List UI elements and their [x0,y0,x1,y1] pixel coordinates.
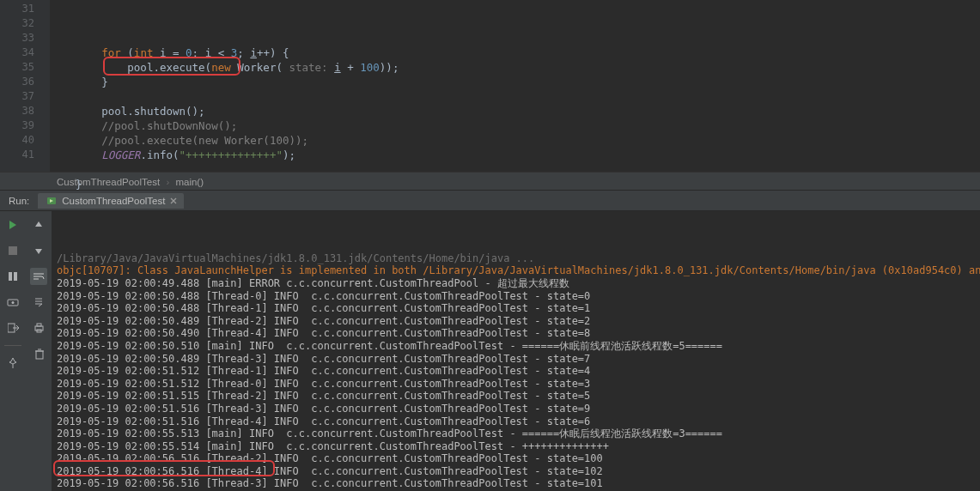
console-line: 2019-05-19 02:00:50.488 [Thread-0] INFO … [57,290,980,303]
svg-point-5 [12,301,15,304]
scroll-down-button[interactable] [30,242,47,259]
svg-rect-2 [9,272,12,281]
pause-button[interactable] [4,268,21,285]
console-line: 2019-05-19 02:00:51.516 [Thread-4] INFO … [57,415,980,428]
console-line: /Library/Java/JavaVirtualMachines/jdk1.8… [57,252,980,265]
console-line: 2019-05-19 02:00:51.516 [Thread-3] INFO … [57,403,980,415]
svg-rect-1 [9,246,17,255]
rerun-button[interactable] [4,216,21,233]
console-line: 2019-05-19 02:00:51.515 [Thread-2] INFO … [57,390,980,403]
console-line: 2019-05-19 02:00:55.513 [main] INFO c.c.… [57,427,980,440]
toolbar-separator [4,345,21,346]
clear-all-button[interactable] [30,345,47,362]
console-output[interactable]: /Library/Java/JavaVirtualMachines/jdk1.8… [52,211,980,491]
console-line: objc[10707]: Class JavaLaunchHelper is i… [57,264,980,277]
console-line: 2019-05-19 02:00:50.489 [Thread-3] INFO … [57,353,980,366]
pin-button[interactable] [4,355,21,372]
code-line[interactable] [50,89,980,104]
run-label: Run: [0,196,38,206]
console-line: 2019-05-19 02:00:50.488 [Thread-1] INFO … [57,302,980,315]
print-button[interactable] [30,319,47,336]
highlight-box-exitcode [53,460,275,476]
editor-gutter: 3132333435363738394041 [0,0,50,172]
console-panel: /Library/Java/JavaVirtualMachines/jdk1.8… [0,211,980,491]
console-line: 2019-05-19 02:00:49.488 [main] ERROR c.c… [57,277,980,290]
code-line[interactable] [50,191,980,206]
editor-code[interactable]: for (int i = 0; i < 3; i++) { pool.execu… [50,0,980,172]
console-line: 2019-05-19 02:00:50.510 [main] INFO c.c.… [57,340,980,353]
svg-rect-10 [36,351,43,359]
scroll-to-end-button[interactable] [30,294,47,311]
code-line[interactable]: pool.shutdown(); [50,104,980,118]
console-line: 2019-05-19 02:00:50.489 [Thread-2] INFO … [57,315,980,328]
editor-area: 3132333435363738394041 for (int i = 0; i… [0,0,980,172]
scroll-up-button[interactable] [30,216,47,233]
console-line: 2019-05-19 02:00:50.490 [Thread-4] INFO … [57,327,980,340]
code-line[interactable]: } [50,75,980,89]
console-line: 2019-05-19 02:00:55.514 [main] INFO c.c.… [57,440,980,453]
exit-button[interactable] [4,319,21,336]
code-line[interactable]: } [50,177,980,191]
soft-wrap-button[interactable] [30,268,47,285]
highlight-box-shutdown [103,57,240,76]
code-line[interactable]: //pool.shutDownNow(); [50,118,980,133]
console-line: 2019-05-19 02:00:56.516 [Thread-3] INFO … [57,477,980,490]
code-line[interactable]: LOGGER.info("++++++++++++++"); [50,148,980,162]
svg-rect-3 [14,272,17,281]
code-line[interactable] [50,162,980,177]
dump-threads-button[interactable] [4,294,21,311]
code-line[interactable]: //pool.execute(new Worker(100)); [50,133,980,148]
run-toolbar-primary [0,211,26,491]
console-line: 2019-05-19 02:00:51.512 [Thread-0] INFO … [57,378,980,391]
svg-rect-8 [37,324,41,326]
stop-button[interactable] [4,242,21,259]
run-toolbar-secondary [26,211,52,491]
console-line: 2019-05-19 02:00:51.512 [Thread-1] INFO … [57,365,980,378]
